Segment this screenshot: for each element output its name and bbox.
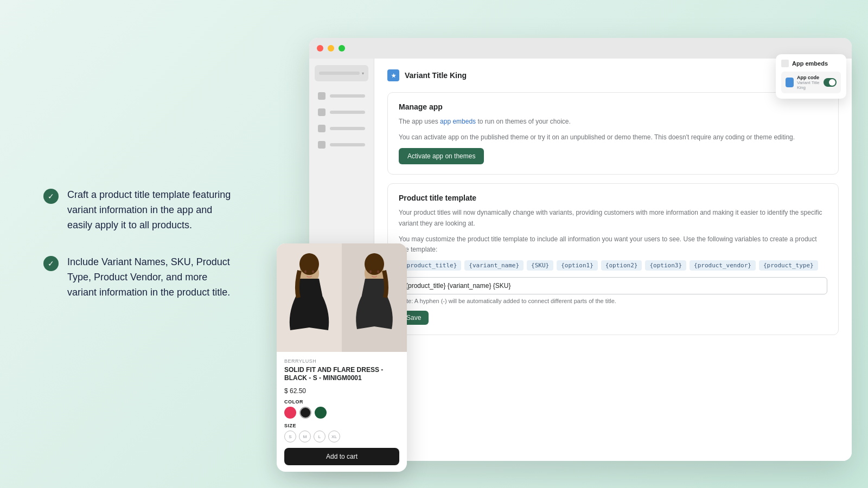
template-body2: You may customize the product title temp… — [399, 234, 827, 255]
embeds-icon — [781, 60, 789, 67]
color-swatches — [284, 407, 399, 419]
product-info: BERRYLUSH SOLID FIT AND FLARE DRESS - BL… — [277, 352, 407, 472]
product-images — [277, 243, 407, 352]
activate-app-button[interactable]: Activate app on themes — [399, 148, 484, 164]
product-title-template-card: Product title template Your product titl… — [387, 183, 839, 335]
right-panel: ▾ — [266, 0, 868, 488]
embed-row-texts: App code Variant Title King — [797, 75, 824, 90]
customers-icon — [318, 141, 326, 149]
svg-point-2 — [299, 253, 319, 275]
check-icon-2: ✓ — [43, 256, 59, 271]
product-name: SOLID FIT AND FLARE DRESS - BLACK - S - … — [284, 366, 399, 383]
size-swatches: S M L XL — [284, 431, 399, 442]
feature-item-2: ✓ Include Variant Names, SKU, Product Ty… — [43, 255, 233, 300]
check-icon-1: ✓ — [43, 189, 59, 204]
color-label: COLOR — [284, 399, 399, 404]
manage-app-body1: The app uses app embeds to run on themes… — [399, 117, 827, 127]
svg-point-8 — [369, 270, 372, 273]
sidebar-store-dropdown[interactable]: ▾ — [315, 65, 368, 81]
color-swatch-pink[interactable] — [284, 407, 296, 419]
manage-app-title: Manage app — [399, 102, 827, 111]
embed-row: App code Variant Title King — [781, 72, 841, 93]
sidebar-item-customers[interactable] — [315, 139, 368, 151]
embed-row-title: App code — [797, 75, 824, 80]
add-to-cart-button[interactable]: Add to cart — [284, 448, 399, 465]
embed-row-left: App code Variant Title King — [786, 75, 824, 90]
product-card: BERRYLUSH SOLID FIT AND FLARE DRESS - BL… — [277, 243, 407, 472]
tag-sku: {SKU} — [527, 260, 553, 271]
product-title-template-title: Product title template — [399, 194, 827, 202]
template-input[interactable] — [399, 277, 827, 294]
color-swatch-black[interactable] — [299, 407, 311, 419]
template-tags: {product_title} {variant_name} {SKU} {op… — [399, 260, 827, 271]
size-xl[interactable]: XL — [328, 431, 340, 442]
product-img-right — [342, 243, 407, 352]
app-embeds-panel: App embeds App code Variant Title King — [776, 54, 846, 99]
manage-app-card: Manage app The app uses app embeds to ru… — [387, 92, 839, 175]
size-label: SIZE — [284, 423, 399, 428]
size-m[interactable]: M — [299, 431, 311, 442]
tag-product-vendor: {product_vendor} — [690, 260, 756, 271]
svg-point-4 — [312, 270, 314, 273]
tag-product-type: {product_type} — [759, 260, 818, 271]
app-logo: ★ — [387, 69, 399, 81]
tag-option1: {option1} — [557, 260, 598, 271]
feature-item-1: ✓ Craft a product title template featuri… — [43, 188, 233, 233]
size-l[interactable]: L — [314, 431, 326, 442]
embed-row-icon — [786, 78, 794, 87]
sidebar-item-home[interactable] — [315, 90, 368, 102]
close-button-dot[interactable] — [317, 45, 323, 52]
embeds-title: App embeds — [792, 60, 828, 67]
sidebar-item-products[interactable] — [315, 123, 368, 134]
home-icon — [318, 92, 326, 100]
app-embeds-link[interactable]: app embeds — [440, 118, 476, 125]
tag-variant-name: {variant_name} — [464, 260, 524, 271]
color-swatch-green[interactable] — [315, 407, 327, 419]
app-header: ★ Variant Title King — [387, 69, 839, 81]
input-note: Note: A hyphen (-) will be automatically… — [399, 298, 827, 304]
svg-point-7 — [365, 253, 384, 275]
svg-point-9 — [377, 270, 379, 273]
tag-option3: {option3} — [645, 260, 686, 271]
template-body1: Your product titles will now dynamically… — [399, 208, 827, 228]
embed-row-sub: Variant Title King — [797, 80, 824, 90]
tag-option2: {option2} — [601, 260, 642, 271]
products-icon — [318, 125, 326, 132]
embed-toggle[interactable] — [824, 78, 837, 87]
tag-product-title: {product_title} — [399, 260, 461, 271]
manage-app-body2: You can activate app on the published th… — [399, 132, 827, 143]
svg-point-3 — [304, 270, 307, 273]
product-img-left — [277, 243, 342, 352]
app-title: Variant Title King — [405, 71, 467, 80]
minimize-button-dot[interactable] — [328, 45, 334, 52]
brand-name: BERRYLUSH — [284, 358, 399, 364]
browser-topbar — [309, 38, 852, 59]
size-s[interactable]: S — [284, 431, 296, 442]
feature-text-1: Craft a product title template featuring… — [67, 188, 233, 233]
sidebar-item-orders[interactable] — [315, 106, 368, 118]
embeds-header: App embeds — [781, 60, 841, 67]
main-content: ★ Variant Title King Manage app The app … — [374, 59, 852, 461]
left-panel: ✓ Craft a product title template featuri… — [0, 155, 266, 332]
orders-icon — [318, 108, 326, 116]
product-price: $ 62.50 — [284, 387, 399, 395]
maximize-button-dot[interactable] — [339, 45, 345, 52]
feature-text-2: Include Variant Names, SKU, Product Type… — [67, 255, 233, 300]
